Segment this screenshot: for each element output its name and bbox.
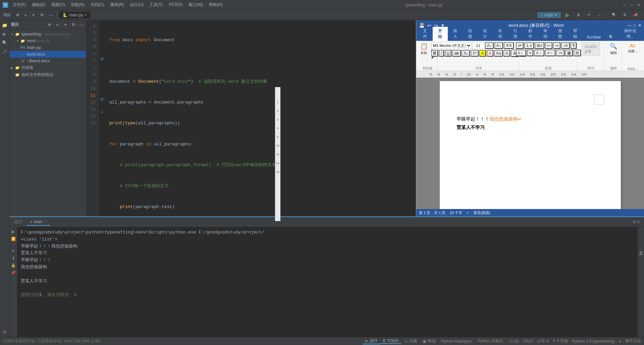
notifications-button[interactable]: 📣	[631, 12, 640, 18]
run-play-btn[interactable]: ▶	[10, 228, 16, 234]
run-tab-actions[interactable]: ⊞ ✕	[633, 220, 640, 224]
align-center-button[interactable]: ≡	[527, 50, 533, 56]
ribbon-tab-home[interactable]: 开始	[433, 27, 448, 41]
word-para-2[interactable]: 贾某人不学习	[457, 123, 604, 132]
tree-item-mainpy[interactable]: PY main.py	[9, 44, 86, 51]
menu-view[interactable]: 视图(V)	[49, 1, 67, 8]
styles-gallery[interactable]: AaBb 正常	[582, 42, 600, 56]
find-button[interactable]: 🔍 编辑	[608, 42, 619, 56]
ribbon-tab-insert[interactable]: 插入	[448, 27, 463, 41]
sidebar-settings-btn[interactable]: ⚙	[70, 21, 77, 28]
lp-git-icon[interactable]: ⎇	[1, 48, 8, 55]
tree-item-temp[interactable]: 📁 临时文件和控制台	[9, 71, 86, 78]
multilevel-button[interactable]: ⊞≡	[535, 42, 544, 49]
menu-tools[interactable]: 工具(T)	[147, 1, 165, 8]
lp-run-icon[interactable]: ▶	[1, 30, 8, 38]
lp-search-icon[interactable]: 🔍	[1, 39, 8, 46]
font-size-small[interactable]: A	[503, 50, 510, 57]
toolbar-settings[interactable]: ⚙	[38, 12, 46, 18]
font-name-select[interactable]: MS Mincho (中文正文)	[431, 42, 472, 49]
toolbar-close[interactable]: —	[47, 12, 55, 18]
ribbon-tab-acrobat[interactable]: Acrobat	[583, 33, 604, 41]
toolbar-project[interactable]: 项目	[1, 12, 13, 18]
ribbon-tab-design[interactable]: 设计	[478, 27, 493, 41]
status-event-log[interactable]: 事件日志	[625, 338, 641, 344]
ribbon-tab-file[interactable]: 文件	[418, 27, 433, 41]
run-list-btn[interactable]: ≡	[10, 248, 16, 254]
highlight-button[interactable]: A	[479, 50, 486, 57]
sidebar-list-btn[interactable]: ≡	[54, 21, 61, 28]
menu-help[interactable]: 帮助(H)	[206, 1, 225, 8]
underline-button[interactable]: U	[445, 50, 452, 57]
toolbar-sort[interactable]: ≑	[30, 12, 37, 18]
debug-button[interactable]: ⏸	[574, 12, 583, 18]
status-crlf[interactable]: CRLF	[523, 339, 533, 344]
font-grow-button[interactable]: A↑	[485, 42, 494, 49]
align-left-button[interactable]: ≡←	[516, 50, 526, 56]
run-scroll-btn[interactable]: ⏬	[10, 236, 16, 242]
decrease-indent-button[interactable]: ⇐	[545, 42, 552, 49]
tree-item-venv[interactable]: ▼ 📁 venv library 根	[9, 38, 86, 44]
subscript-button[interactable]: X₂	[462, 50, 470, 57]
increase-indent-button[interactable]: ⇒	[553, 42, 560, 49]
ribbon-tab-search[interactable]: 🔍	[605, 33, 618, 41]
menu-edit[interactable]: 编辑(E)	[29, 1, 48, 8]
ribbon-tab-view[interactable]: 视图	[553, 27, 568, 41]
word-content[interactable]: 早睡早起！！！我也想做舔狗↵ 贾某人不学习	[457, 115, 604, 132]
run-tab-close[interactable]: ✕	[44, 220, 47, 223]
menu-nav[interactable]: 导航(N)	[68, 1, 87, 8]
show-marks-button[interactable]: ¶	[571, 42, 577, 49]
ribbon-tab-draw[interactable]: 绘图	[463, 27, 478, 41]
menu-run[interactable]: 运行(U)	[127, 1, 146, 8]
file-tab-main[interactable]: 🐍 main.py ✕	[59, 12, 90, 18]
sidebar-add-btn[interactable]: ⊕	[46, 21, 53, 28]
ribbon-tab-mailings[interactable]: 邮件	[523, 27, 538, 41]
numbering-button[interactable]: 1.≡	[524, 42, 534, 49]
reload-button[interactable]: ↺	[585, 12, 592, 18]
lp-project-icon[interactable]: 📁	[1, 21, 8, 29]
run-output[interactable]: F:\goodgoodstudy\project\python\typesett…	[17, 227, 637, 337]
maximize-button[interactable]: □	[629, 2, 635, 8]
run-lock-btn[interactable]: 🔒	[10, 262, 16, 268]
ribbon-tab-review[interactable]: 审阅	[538, 27, 553, 41]
minimize-button[interactable]: —	[623, 2, 628, 8]
font-color-button[interactable]: A	[487, 50, 493, 57]
search-button[interactable]: 🔍	[610, 12, 619, 18]
run-button[interactable]: ▶	[564, 11, 572, 19]
word-para-1[interactable]: 早睡早起！！！我也想做舔狗↵	[457, 115, 604, 123]
lp-settings-icon[interactable]: ⚙	[1, 328, 8, 336]
bottom-tab-terminal[interactable]: ▣ 终端	[420, 338, 438, 344]
tree-item-worddocx-tmp[interactable]: W ~$word.docx	[9, 58, 86, 64]
ribbon-tab-layout[interactable]: 布局	[493, 27, 508, 41]
italic-button[interactable]: I	[439, 50, 444, 57]
ribbon-tab-references[interactable]: 引用	[508, 27, 523, 41]
toolbar-list[interactable]: ≡	[22, 12, 29, 18]
font-shrink-button[interactable]: A↓	[494, 42, 503, 49]
run-info-btn[interactable]: ℹ	[10, 255, 16, 261]
menu-refactor[interactable]: 重构(R)	[108, 1, 127, 8]
ribbon-tab-actions[interactable]: 操作说明...	[618, 27, 643, 41]
menu-vcs[interactable]: VCS(S)	[166, 1, 185, 8]
sidebar-sort-btn[interactable]: ≑	[62, 21, 69, 28]
tree-item-worddocx[interactable]: W word.docx	[9, 51, 86, 58]
status-indent[interactable]: 4 个空格	[553, 338, 568, 344]
shading-button[interactable]: ▦	[565, 50, 573, 56]
word-document-body[interactable]: 1246810121416 早睡早起！！！我也想做舔狗↵	[416, 78, 644, 209]
font-size-input[interactable]	[472, 42, 484, 49]
tree-item-extlibs[interactable]: ▶ 📁 外部库	[9, 64, 86, 71]
close-button[interactable]: ✕	[636, 2, 641, 8]
word-page[interactable]: 早睡早起！！！我也想做舔狗↵ 贾某人不学习	[440, 81, 621, 209]
clear-format-button[interactable]: ✗A	[504, 42, 514, 49]
coverage-button[interactable]: →	[595, 12, 603, 18]
toolbar-add[interactable]: ⊕	[14, 12, 21, 18]
bottom-tab-problems[interactable]: ⚠ 问题	[401, 338, 420, 344]
bottom-tab-todo[interactable]: E TODO	[380, 339, 401, 344]
bold-button[interactable]: B	[431, 50, 438, 57]
status-python[interactable]: Python 3.9 (typesetting)	[572, 339, 615, 344]
align-right-button[interactable]: ≡→	[534, 50, 544, 56]
menu-window[interactable]: 窗口(W)	[186, 1, 206, 8]
ribbon-tab-help[interactable]: 帮助	[568, 27, 583, 41]
settings-button[interactable]: ⚙	[621, 12, 629, 18]
justify-button[interactable]: ≡↔	[545, 50, 555, 56]
create-pdf-button[interactable]: Ac 创建...	[627, 42, 639, 54]
